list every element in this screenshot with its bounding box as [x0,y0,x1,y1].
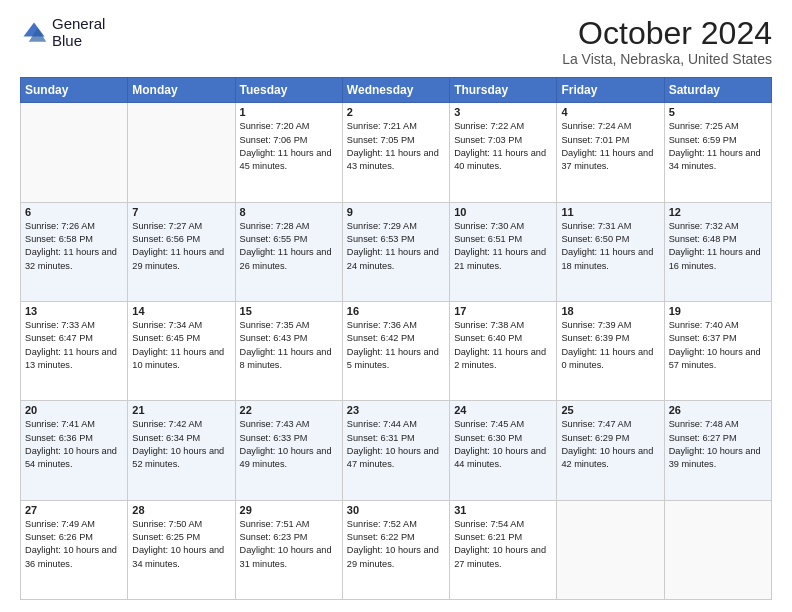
day-number: 25 [561,404,659,416]
day-number: 1 [240,106,338,118]
day-number: 3 [454,106,552,118]
col-saturday: Saturday [664,78,771,103]
day-info: Sunrise: 7:27 AMSunset: 6:56 PMDaylight:… [132,220,230,273]
day-number: 23 [347,404,445,416]
page: General Blue October 2024 La Vista, Nebr… [0,0,792,612]
table-row: 5Sunrise: 7:25 AMSunset: 6:59 PMDaylight… [664,103,771,202]
day-info: Sunrise: 7:25 AMSunset: 6:59 PMDaylight:… [669,120,767,173]
table-row: 29Sunrise: 7:51 AMSunset: 6:23 PMDayligh… [235,500,342,599]
day-number: 20 [25,404,123,416]
table-row: 21Sunrise: 7:42 AMSunset: 6:34 PMDayligh… [128,401,235,500]
table-row: 7Sunrise: 7:27 AMSunset: 6:56 PMDaylight… [128,202,235,301]
day-info: Sunrise: 7:41 AMSunset: 6:36 PMDaylight:… [25,418,123,471]
day-number: 18 [561,305,659,317]
day-number: 6 [25,206,123,218]
day-number: 22 [240,404,338,416]
day-info: Sunrise: 7:36 AMSunset: 6:42 PMDaylight:… [347,319,445,372]
table-row: 3Sunrise: 7:22 AMSunset: 7:03 PMDaylight… [450,103,557,202]
col-tuesday: Tuesday [235,78,342,103]
day-info: Sunrise: 7:30 AMSunset: 6:51 PMDaylight:… [454,220,552,273]
day-number: 26 [669,404,767,416]
day-info: Sunrise: 7:43 AMSunset: 6:33 PMDaylight:… [240,418,338,471]
day-number: 8 [240,206,338,218]
table-row [128,103,235,202]
day-info: Sunrise: 7:21 AMSunset: 7:05 PMDaylight:… [347,120,445,173]
day-number: 11 [561,206,659,218]
day-number: 29 [240,504,338,516]
table-row: 8Sunrise: 7:28 AMSunset: 6:55 PMDaylight… [235,202,342,301]
day-info: Sunrise: 7:32 AMSunset: 6:48 PMDaylight:… [669,220,767,273]
table-row: 15Sunrise: 7:35 AMSunset: 6:43 PMDayligh… [235,301,342,400]
day-info: Sunrise: 7:34 AMSunset: 6:45 PMDaylight:… [132,319,230,372]
table-row: 31Sunrise: 7:54 AMSunset: 6:21 PMDayligh… [450,500,557,599]
day-info: Sunrise: 7:38 AMSunset: 6:40 PMDaylight:… [454,319,552,372]
col-monday: Monday [128,78,235,103]
table-row: 24Sunrise: 7:45 AMSunset: 6:30 PMDayligh… [450,401,557,500]
day-info: Sunrise: 7:51 AMSunset: 6:23 PMDaylight:… [240,518,338,571]
table-row: 18Sunrise: 7:39 AMSunset: 6:39 PMDayligh… [557,301,664,400]
logo-icon [20,19,48,47]
table-row: 26Sunrise: 7:48 AMSunset: 6:27 PMDayligh… [664,401,771,500]
table-row: 9Sunrise: 7:29 AMSunset: 6:53 PMDaylight… [342,202,449,301]
table-row: 11Sunrise: 7:31 AMSunset: 6:50 PMDayligh… [557,202,664,301]
header: General Blue October 2024 La Vista, Nebr… [20,16,772,67]
table-row: 27Sunrise: 7:49 AMSunset: 6:26 PMDayligh… [21,500,128,599]
calendar-week-row: 27Sunrise: 7:49 AMSunset: 6:26 PMDayligh… [21,500,772,599]
day-number: 13 [25,305,123,317]
day-info: Sunrise: 7:33 AMSunset: 6:47 PMDaylight:… [25,319,123,372]
day-number: 7 [132,206,230,218]
col-sunday: Sunday [21,78,128,103]
table-row: 6Sunrise: 7:26 AMSunset: 6:58 PMDaylight… [21,202,128,301]
day-info: Sunrise: 7:45 AMSunset: 6:30 PMDaylight:… [454,418,552,471]
day-number: 16 [347,305,445,317]
table-row: 28Sunrise: 7:50 AMSunset: 6:25 PMDayligh… [128,500,235,599]
day-info: Sunrise: 7:54 AMSunset: 6:21 PMDaylight:… [454,518,552,571]
day-number: 5 [669,106,767,118]
calendar-week-row: 6Sunrise: 7:26 AMSunset: 6:58 PMDaylight… [21,202,772,301]
day-info: Sunrise: 7:39 AMSunset: 6:39 PMDaylight:… [561,319,659,372]
day-number: 27 [25,504,123,516]
table-row: 20Sunrise: 7:41 AMSunset: 6:36 PMDayligh… [21,401,128,500]
table-row [664,500,771,599]
day-info: Sunrise: 7:40 AMSunset: 6:37 PMDaylight:… [669,319,767,372]
calendar-header-row: Sunday Monday Tuesday Wednesday Thursday… [21,78,772,103]
day-number: 31 [454,504,552,516]
day-info: Sunrise: 7:31 AMSunset: 6:50 PMDaylight:… [561,220,659,273]
calendar-table: Sunday Monday Tuesday Wednesday Thursday… [20,77,772,600]
day-number: 21 [132,404,230,416]
table-row: 12Sunrise: 7:32 AMSunset: 6:48 PMDayligh… [664,202,771,301]
day-number: 15 [240,305,338,317]
day-info: Sunrise: 7:50 AMSunset: 6:25 PMDaylight:… [132,518,230,571]
day-number: 12 [669,206,767,218]
day-number: 10 [454,206,552,218]
calendar-week-row: 20Sunrise: 7:41 AMSunset: 6:36 PMDayligh… [21,401,772,500]
day-info: Sunrise: 7:35 AMSunset: 6:43 PMDaylight:… [240,319,338,372]
page-subtitle: La Vista, Nebraska, United States [562,51,772,67]
day-number: 9 [347,206,445,218]
table-row [557,500,664,599]
day-info: Sunrise: 7:52 AMSunset: 6:22 PMDaylight:… [347,518,445,571]
table-row: 25Sunrise: 7:47 AMSunset: 6:29 PMDayligh… [557,401,664,500]
day-number: 4 [561,106,659,118]
table-row: 30Sunrise: 7:52 AMSunset: 6:22 PMDayligh… [342,500,449,599]
table-row: 2Sunrise: 7:21 AMSunset: 7:05 PMDaylight… [342,103,449,202]
table-row: 16Sunrise: 7:36 AMSunset: 6:42 PMDayligh… [342,301,449,400]
logo-line2: Blue [52,33,105,50]
day-number: 28 [132,504,230,516]
day-info: Sunrise: 7:28 AMSunset: 6:55 PMDaylight:… [240,220,338,273]
day-info: Sunrise: 7:48 AMSunset: 6:27 PMDaylight:… [669,418,767,471]
table-row: 4Sunrise: 7:24 AMSunset: 7:01 PMDaylight… [557,103,664,202]
table-row: 10Sunrise: 7:30 AMSunset: 6:51 PMDayligh… [450,202,557,301]
table-row: 19Sunrise: 7:40 AMSunset: 6:37 PMDayligh… [664,301,771,400]
logo-text: General Blue [52,16,105,49]
col-wednesday: Wednesday [342,78,449,103]
day-info: Sunrise: 7:20 AMSunset: 7:06 PMDaylight:… [240,120,338,173]
day-number: 30 [347,504,445,516]
day-number: 2 [347,106,445,118]
day-info: Sunrise: 7:24 AMSunset: 7:01 PMDaylight:… [561,120,659,173]
day-number: 14 [132,305,230,317]
day-info: Sunrise: 7:44 AMSunset: 6:31 PMDaylight:… [347,418,445,471]
page-title: October 2024 [562,16,772,51]
day-info: Sunrise: 7:29 AMSunset: 6:53 PMDaylight:… [347,220,445,273]
col-thursday: Thursday [450,78,557,103]
